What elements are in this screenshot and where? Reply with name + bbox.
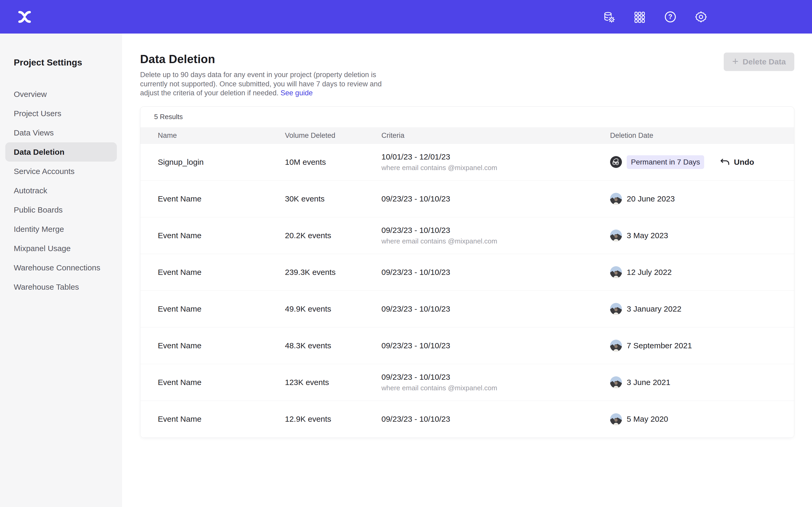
column-header-deletion-date: Deletion Date <box>610 131 794 140</box>
user-avatar <box>610 376 622 388</box>
row-volume-deleted: 10M events <box>285 158 382 167</box>
table-header-row: Name Volume Deleted Criteria Deletion Da… <box>140 127 794 144</box>
row-deletion-date-cell: Permanent in 7 Days Undo <box>610 155 794 169</box>
sidebar-item-data-views[interactable]: Data Views <box>5 123 117 142</box>
mixpanel-logo-icon[interactable] <box>16 9 33 25</box>
svg-text:?: ? <box>668 13 672 20</box>
row-criteria: 09/23/23 - 10/10/23 <box>382 414 610 424</box>
table-row: Event Name 30K events 09/23/23 - 10/10/2… <box>140 181 794 217</box>
row-deletion-date-cell: 20 June 2023 <box>610 193 794 205</box>
row-volume-deleted: 239.3K events <box>285 268 382 277</box>
sidebar-item-public-boards[interactable]: Public Boards <box>5 200 117 219</box>
row-event-name: Event Name <box>158 304 285 314</box>
row-event-name: Event Name <box>158 378 285 387</box>
settings-gear-icon[interactable] <box>694 9 708 24</box>
deletion-date-text: 3 January 2022 <box>627 304 681 314</box>
sidebar-item-service-accounts[interactable]: Service Accounts <box>5 162 117 181</box>
sidebar-item-autotrack[interactable]: Autotrack <box>5 181 117 200</box>
row-volume-deleted: 20.2K events <box>285 231 382 240</box>
sidebar-item-identity-merge[interactable]: Identity Merge <box>5 219 117 239</box>
deletion-date-text: 20 June 2023 <box>627 194 675 203</box>
row-criteria: 09/23/23 - 10/10/23 <box>382 304 610 314</box>
column-header-volume: Volume Deleted <box>285 131 382 140</box>
main-content: Data Deletion Delete up to 90 days data … <box>122 34 812 507</box>
see-guide-link[interactable]: See guide <box>281 89 313 97</box>
top-navigation-bar: ? <box>0 0 812 34</box>
user-avatar <box>610 193 622 205</box>
database-gear-icon[interactable] <box>602 9 616 24</box>
sidebar-item-project-users[interactable]: Project Users <box>5 104 117 123</box>
table-row: Signup_login 10M events 10/01/23 - 12/01… <box>140 144 794 181</box>
table-body: Signup_login 10M events 10/01/23 - 12/01… <box>140 144 794 438</box>
row-deletion-date-cell: 3 June 2021 <box>610 376 794 388</box>
row-criteria-filter: where email contains @mixpanel.com <box>382 164 610 172</box>
table-row: Event Name 12.9K events 09/23/23 - 10/10… <box>140 401 794 438</box>
plus-icon: + <box>732 56 738 66</box>
row-criteria-range: 09/23/23 - 10/10/23 <box>382 226 610 235</box>
delete-data-button[interactable]: + Delete Data <box>724 53 794 71</box>
user-avatar <box>610 266 622 278</box>
table-row: Event Name 239.3K events 09/23/23 - 10/1… <box>140 254 794 291</box>
user-avatar <box>610 413 622 425</box>
row-criteria-filter: where email contains @mixpanel.com <box>382 237 610 245</box>
user-avatar <box>610 303 622 315</box>
deletion-date-text: 5 May 2020 <box>627 414 668 424</box>
deletion-date-text: 7 September 2021 <box>627 341 692 350</box>
user-avatar <box>610 229 622 241</box>
row-deletion-date-cell: 3 January 2022 <box>610 303 794 315</box>
row-criteria: 09/23/23 - 10/10/23 <box>382 194 610 203</box>
page-description: Delete up to 90 days data for any event … <box>140 70 390 98</box>
row-criteria-filter: where email contains @mixpanel.com <box>382 384 610 392</box>
row-criteria-range: 09/23/23 - 10/10/23 <box>382 373 610 382</box>
row-deletion-date-cell: 7 September 2021 <box>610 340 794 351</box>
row-deletion-date-cell: 12 July 2022 <box>610 266 794 278</box>
sidebar-title: Project Settings <box>14 57 117 68</box>
row-criteria: 10/01/23 - 12/01/23 where email contains… <box>382 152 610 172</box>
row-event-name: Event Name <box>158 414 285 424</box>
row-criteria: 09/23/23 - 10/10/23 where email contains… <box>382 373 610 392</box>
row-volume-deleted: 49.9K events <box>285 304 382 314</box>
apps-grid-icon[interactable] <box>632 9 647 24</box>
user-avatar <box>610 340 622 351</box>
deletion-date-text: 12 July 2022 <box>627 268 672 277</box>
row-volume-deleted: 12.9K events <box>285 414 382 424</box>
row-event-name: Event Name <box>158 341 285 350</box>
table-row: Event Name 20.2K events 09/23/23 - 10/10… <box>140 217 794 254</box>
row-criteria-range: 09/23/23 - 10/10/23 <box>382 194 610 203</box>
sidebar-item-warehouse-tables[interactable]: Warehouse Tables <box>5 277 117 296</box>
sidebar-item-mixpanel-usage[interactable]: Mixpanel Usage <box>5 239 117 258</box>
row-event-name: Signup_login <box>158 158 285 167</box>
row-criteria: 09/23/23 - 10/10/23 <box>382 341 610 350</box>
row-event-name: Event Name <box>158 194 285 203</box>
status-badge: Permanent in 7 Days <box>627 155 704 169</box>
row-criteria-range: 09/23/23 - 10/10/23 <box>382 304 610 314</box>
row-criteria-range: 09/23/23 - 10/10/23 <box>382 341 610 350</box>
sidebar-item-overview[interactable]: Overview <box>5 84 117 104</box>
deletion-bot-avatar <box>610 156 622 168</box>
row-event-name: Event Name <box>158 231 285 240</box>
row-volume-deleted: 48.3K events <box>285 341 382 350</box>
project-settings-sidebar: Project Settings OverviewProject UsersDa… <box>0 34 122 507</box>
sidebar-nav: OverviewProject UsersData ViewsData Dele… <box>5 84 117 296</box>
row-criteria: 09/23/23 - 10/10/23 <box>382 268 610 277</box>
delete-data-button-label: Delete Data <box>743 57 786 66</box>
sidebar-item-data-deletion[interactable]: Data Deletion <box>5 142 117 162</box>
help-icon[interactable]: ? <box>663 9 678 24</box>
page-header-text: Data Deletion Delete up to 90 days data … <box>140 53 390 98</box>
sidebar-item-warehouse-connections[interactable]: Warehouse Connections <box>5 258 117 277</box>
deletion-date-text: 3 June 2021 <box>627 378 670 387</box>
row-deletion-date-cell: 5 May 2020 <box>610 413 794 425</box>
row-volume-deleted: 123K events <box>285 378 382 387</box>
page-description-text: Delete up to 90 days data for any event … <box>140 71 382 97</box>
row-deletion-date-cell: 3 May 2023 <box>610 229 794 241</box>
row-criteria: 09/23/23 - 10/10/23 where email contains… <box>382 226 610 245</box>
undo-arrow-icon <box>720 157 730 167</box>
row-event-name: Event Name <box>158 268 285 277</box>
undo-button[interactable]: Undo <box>720 157 754 167</box>
row-criteria-range: 10/01/23 - 12/01/23 <box>382 152 610 161</box>
results-count: 5 Results <box>140 107 794 127</box>
deletion-date-text: 3 May 2023 <box>627 231 668 240</box>
row-volume-deleted: 30K events <box>285 194 382 203</box>
row-criteria-range: 09/23/23 - 10/10/23 <box>382 414 610 424</box>
table-row: Event Name 49.9K events 09/23/23 - 10/10… <box>140 291 794 327</box>
